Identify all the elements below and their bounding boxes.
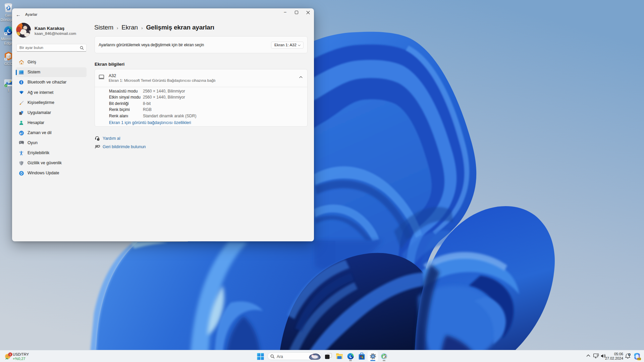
svg-text:?: ?	[98, 138, 99, 140]
svg-text:1: 1	[9, 353, 11, 356]
svg-text:PRE: PRE	[637, 358, 641, 360]
